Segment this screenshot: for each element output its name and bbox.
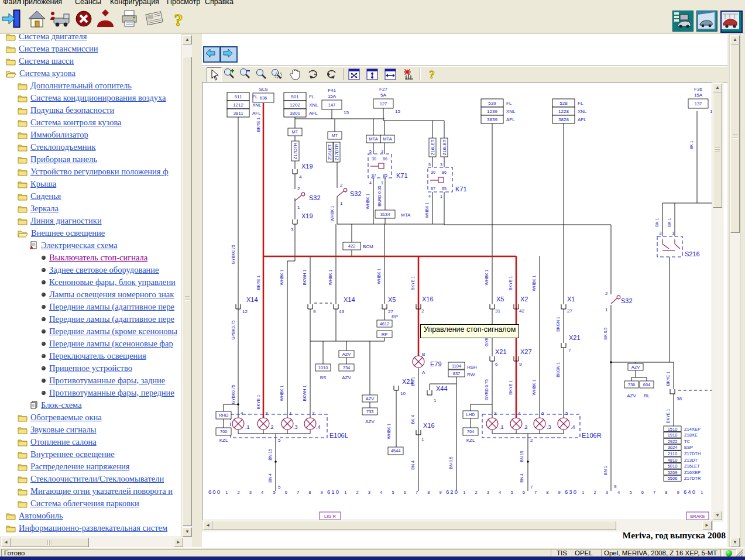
sidebar-item-label[interactable]: Звуковые сигналы — [30, 425, 97, 435]
sidebar-item-label[interactable]: Переключатель освещения — [49, 351, 146, 361]
sidebar-item-label[interactable]: Ксеноновые фары, блок управлени — [49, 277, 176, 287]
sidebar-item-label[interactable]: Передние лампы (кроме ксеноновы — [49, 327, 177, 336]
menu-item-5[interactable]: Просмотр — [167, 0, 200, 6]
menu-item-4[interactable]: Конфигурация — [110, 0, 159, 6]
sidebar-item-label[interactable]: Стеклоочистители/Стеклоомыватели — [30, 474, 164, 484]
menu-item-6[interactable]: Справка — [205, 0, 234, 6]
sidebar-item-label[interactable]: Автомобиль — [19, 511, 63, 521]
sidebar-item-label[interactable]: Отопление салона — [30, 437, 97, 447]
sidebar-item-label[interactable]: Система контроля кузова — [30, 118, 122, 128]
forward-button[interactable] — [220, 46, 238, 63]
scroll-down-icon[interactable]: ▼ — [713, 511, 722, 520]
sidebar-item[interactable]: Звуковые сигналы — [0, 424, 181, 436]
sidebar-item[interactable]: Стеклоподъемник — [0, 141, 181, 153]
viewer-help-tool[interactable]: ? — [425, 67, 439, 81]
sidebar-item[interactable]: Система контроля кузова — [0, 116, 181, 129]
diagram-canvas[interactable]: 636147127137MTMTZ17DTRZ16LETZ17DTRMTAMTA… — [202, 82, 712, 520]
sidebar-item[interactable]: Прицепное устройство — [0, 362, 181, 375]
sidebar-item-label[interactable]: Информационно-развлекательная систем — [19, 523, 167, 533]
sidebar-item-label[interactable]: Противотуманные фары, задние — [49, 376, 165, 386]
scroll-up-icon[interactable]: ▲ — [183, 35, 192, 44]
home-icon[interactable] — [26, 8, 47, 30]
sidebar-item-label[interactable]: Крыша — [30, 179, 56, 189]
sidebar-item-label[interactable]: Лампы освещения номерного знак — [49, 290, 174, 300]
sidebar-item[interactable]: Система двигателя — [0, 34, 181, 43]
sidebar-item[interactable]: Передние лампы (ксеноновые фар — [0, 338, 181, 350]
sidebar-item-label[interactable]: Противотуманные фары, передние — [49, 388, 174, 398]
diagram-hscrollbar[interactable]: ◄ ► — [202, 520, 713, 531]
sidebar-item[interactable]: Приборная панель — [0, 153, 181, 166]
sidebar-item[interactable]: Сиденья — [0, 190, 181, 202]
sidebar-item-label[interactable]: Линия диагностики — [30, 216, 102, 226]
sidebar-item[interactable]: Распределение напряжения — [0, 461, 181, 473]
menu-item-1[interactable]: Файл — [3, 0, 21, 6]
sidebar-item[interactable]: Отопление салона — [0, 436, 181, 448]
scroll-left-icon[interactable]: ◄ — [203, 521, 212, 530]
sidebar-item[interactable]: Внутреннее освещение — [0, 448, 181, 461]
sidebar-item-label[interactable]: Выключатель стоп-сигнала — [49, 253, 147, 263]
vehicle-docs-button[interactable] — [672, 11, 693, 32]
scroll-right-icon[interactable]: ► — [702, 521, 712, 530]
sidebar-item[interactable]: Противотуманные фары, задние — [0, 375, 181, 387]
sidebar-item-label[interactable]: Мигающие огни указателей поворота и — [30, 486, 173, 496]
rotate-cw-tool[interactable] — [306, 67, 320, 81]
sidebar-vscroll-thumb[interactable] — [183, 57, 192, 526]
sidebar-item-label[interactable]: Подушка безопасности — [30, 105, 114, 115]
sidebar-item-label[interactable]: Заднее световое оборудование — [49, 265, 159, 275]
sidebar-item[interactable]: Передние лампы (адаптивное пере — [0, 313, 181, 325]
sidebar-hscrollbar[interactable]: ◄ ► — [0, 537, 193, 548]
sidebar-item-label[interactable]: Распределение напряжения — [30, 462, 129, 472]
sidebar-item[interactable]: Автомобиль — [0, 510, 181, 522]
sidebar-item[interactable]: Система кузова — [0, 67, 181, 80]
sidebar-item[interactable]: Линия диагностики — [0, 215, 181, 227]
menu-item-2[interactable]: Приложения — [19, 0, 62, 6]
sidebar-item-label[interactable]: Электрическая схема — [41, 241, 118, 250]
sidebar-item-label[interactable]: Прицепное устройство — [49, 363, 132, 373]
splitter[interactable] — [192, 34, 202, 547]
sidebar-item-label[interactable]: Иммобилизатор — [30, 130, 88, 140]
sidebar-item-label[interactable]: Обогреваемые окна — [30, 413, 102, 422]
sidebar-item-label[interactable]: Передние лампы (адаптивное пере — [49, 314, 174, 324]
tow-truck-icon[interactable] — [48, 8, 69, 30]
news-icon[interactable] — [143, 8, 164, 30]
sidebar-item-label[interactable]: Внутреннее освещение — [30, 449, 115, 459]
back-button[interactable] — [203, 46, 221, 63]
zoom-tool[interactable] — [254, 67, 268, 81]
diagram-vscroll-thumb[interactable] — [713, 92, 722, 208]
scroll-up-icon[interactable]: ▲ — [730, 35, 740, 44]
cancel-icon[interactable] — [74, 8, 95, 30]
help-icon[interactable]: ? — [170, 8, 191, 30]
sidebar-item[interactable]: Крыша — [0, 178, 181, 190]
sidebar-item[interactable]: Дополнительный отопитель — [0, 80, 181, 92]
sidebar-item-label[interactable]: Внешнее освещение — [31, 228, 105, 238]
sidebar-item[interactable]: Лампы освещения номерного знак — [0, 288, 181, 301]
sidebar-item[interactable]: Электрическая схема — [0, 239, 181, 252]
sidebar-item[interactable]: Передние лампы (адаптивное пере — [0, 301, 181, 313]
sidebar-item[interactable]: Переключатель освещения — [0, 350, 181, 362]
sidebar-item[interactable]: Система шасси — [0, 55, 181, 67]
fit-width-tool[interactable] — [383, 67, 397, 81]
sidebar-item[interactable]: Стеклоочистители/Стеклоомыватели — [0, 473, 181, 485]
pan-tool[interactable] — [288, 67, 302, 81]
sidebar-item-label[interactable]: Приборная панель — [30, 154, 97, 164]
sidebar-item[interactable]: Заднее световое оборудование — [0, 264, 181, 276]
fit-page-tool[interactable] — [347, 67, 361, 81]
menu-item-3[interactable]: Сеансы — [75, 0, 101, 6]
select-tool[interactable] — [207, 67, 222, 83]
sidebar-item[interactable]: Иммобилизатор — [0, 129, 181, 141]
sidebar-item-label[interactable]: Система двигателя — [19, 34, 87, 42]
sidebar-item[interactable]: Выключатель стоп-сигнала — [0, 252, 181, 264]
rotate-ccw-tool[interactable] — [324, 67, 338, 81]
sidebar-item-label[interactable]: Сиденья — [30, 191, 61, 201]
diagram-vscrollbar[interactable]: ▲ ▼ — [712, 82, 723, 521]
sidebar-item-label[interactable]: Стеклоподъемник — [30, 142, 95, 152]
sidebar-item[interactable]: Система облегчения парковки — [0, 497, 181, 510]
scroll-left-icon[interactable]: ◄ — [1, 538, 11, 547]
sidebar-item-label[interactable]: Система облегчения парковки — [30, 499, 139, 509]
sidebar-item[interactable]: Обогреваемые окна — [0, 411, 181, 424]
zoom-in-tool[interactable] — [222, 67, 236, 81]
vehicle-selected-button[interactable] — [720, 11, 743, 33]
sidebar-item[interactable]: Противотуманные фары, передние — [0, 387, 181, 399]
sidebar-item[interactable]: Система кондиционирования воздуха — [0, 92, 181, 104]
sidebar-hscroll-thumb[interactable] — [11, 538, 89, 547]
